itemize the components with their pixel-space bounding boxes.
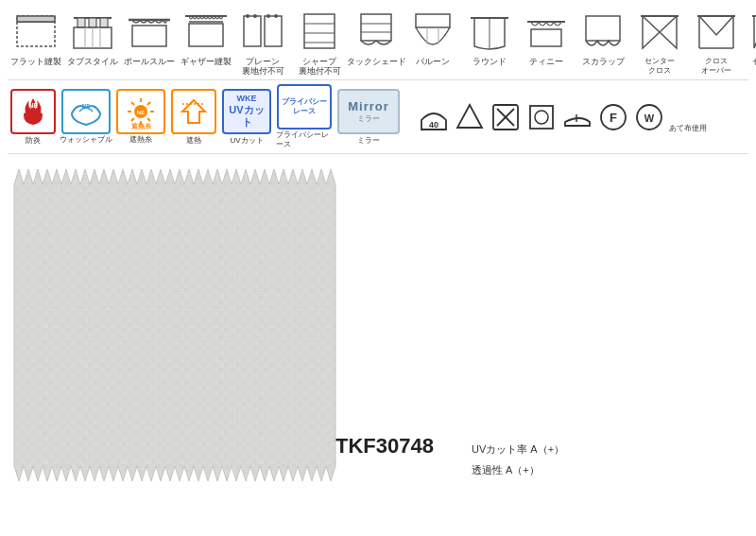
svg-text:NE: NE bbox=[28, 102, 38, 109]
svg-rect-36 bbox=[586, 16, 620, 41]
svg-text:NE: NE bbox=[137, 110, 145, 115]
svg-marker-58 bbox=[457, 105, 482, 128]
svg-point-20 bbox=[266, 14, 270, 18]
care-no-dryclean bbox=[490, 101, 522, 133]
features-row: NE 防炎 NE ウォッシャブル bbox=[0, 80, 756, 153]
icon-tuck-shade: タックシェード bbox=[350, 8, 403, 66]
svg-rect-16 bbox=[244, 16, 261, 46]
product-code: TKF30748 bbox=[335, 434, 434, 458]
badge-wash: NE ウォッシャブル bbox=[60, 89, 112, 145]
badge-mirror: Mirror ミラー ミラー bbox=[336, 89, 401, 146]
icon-round: ラウンド bbox=[463, 8, 516, 66]
care-symbols: 40 bbox=[418, 101, 707, 133]
main-content: TKF30748 UVカット率 A（+） 透過性 A（+） bbox=[0, 160, 756, 494]
divider2 bbox=[8, 153, 748, 154]
svg-line-53 bbox=[147, 102, 150, 105]
icon-gyazer: ギャザー縫製 bbox=[180, 8, 232, 66]
svg-rect-63 bbox=[530, 106, 553, 129]
svg-rect-14 bbox=[189, 24, 223, 46]
care-w-mark: W bbox=[633, 101, 665, 133]
svg-rect-22 bbox=[304, 14, 335, 48]
svg-rect-29 bbox=[416, 14, 450, 27]
icon-scallop: スカラップ bbox=[576, 8, 629, 66]
icon-cross-over: クロスオーバー bbox=[690, 8, 743, 75]
svg-line-54 bbox=[131, 118, 134, 121]
svg-text:W: W bbox=[644, 112, 655, 124]
care-f-mark: F bbox=[597, 101, 629, 133]
svg-rect-4 bbox=[77, 18, 85, 27]
product-specs: UVカット率 A（+） 透過性 A（+） bbox=[472, 439, 564, 480]
svg-point-21 bbox=[274, 14, 278, 18]
care-iron bbox=[561, 101, 593, 133]
badge-uv: WKEUVカット UVカット bbox=[221, 89, 272, 146]
icon-flat-hem: フラット縫製 bbox=[9, 8, 62, 66]
svg-line-51 bbox=[131, 102, 134, 105]
care-ate-nuno: あて布使用 bbox=[669, 101, 707, 133]
badge-privacy: プライバシーレース プライバシーレース bbox=[276, 84, 333, 149]
icon-plain: プレーン 裏地付不可 bbox=[236, 8, 289, 76]
svg-text:NE: NE bbox=[82, 103, 90, 109]
badge-boen: NE 防炎 bbox=[9, 89, 57, 146]
icon-pole-through: ポールスルー bbox=[123, 8, 176, 66]
swatch-svg bbox=[14, 169, 335, 481]
svg-line-52 bbox=[147, 118, 150, 121]
svg-rect-5 bbox=[89, 18, 96, 27]
svg-rect-35 bbox=[531, 29, 561, 46]
badge-heat: 遮熱 bbox=[170, 89, 217, 146]
svg-rect-26 bbox=[361, 14, 391, 41]
svg-point-64 bbox=[535, 111, 548, 124]
swatch-container bbox=[14, 169, 335, 485]
care-bleach bbox=[454, 101, 486, 133]
icon-balloon: バルーン bbox=[406, 8, 459, 66]
icon-tiny: ティニー bbox=[520, 8, 573, 66]
icon-sharp: シャープ 裏地付不可 bbox=[293, 8, 346, 76]
svg-point-19 bbox=[253, 14, 257, 18]
svg-text:40: 40 bbox=[429, 120, 438, 130]
care-tumble bbox=[525, 101, 558, 133]
svg-rect-6 bbox=[100, 18, 108, 27]
icon-separate: セパレーツ bbox=[747, 8, 756, 66]
curtain-styles-row: フラット縫製 タブスタイル bbox=[0, 0, 756, 79]
svg-text:F: F bbox=[610, 111, 617, 125]
svg-rect-79 bbox=[14, 169, 335, 481]
product-info: TKF30748 UVカット率 A（+） 透過性 A（+） bbox=[335, 169, 564, 485]
svg-point-18 bbox=[246, 14, 249, 18]
svg-rect-2 bbox=[17, 16, 55, 22]
icon-tab-style: タブスタイル bbox=[66, 8, 119, 66]
care-wash40: 40 bbox=[418, 101, 450, 133]
svg-rect-17 bbox=[265, 16, 282, 46]
icon-center-cross: センタークロス bbox=[633, 8, 686, 75]
svg-rect-12 bbox=[132, 26, 166, 46]
badge-shade-yarn: NE 遮熱糸 遮熱糸 bbox=[115, 89, 166, 145]
